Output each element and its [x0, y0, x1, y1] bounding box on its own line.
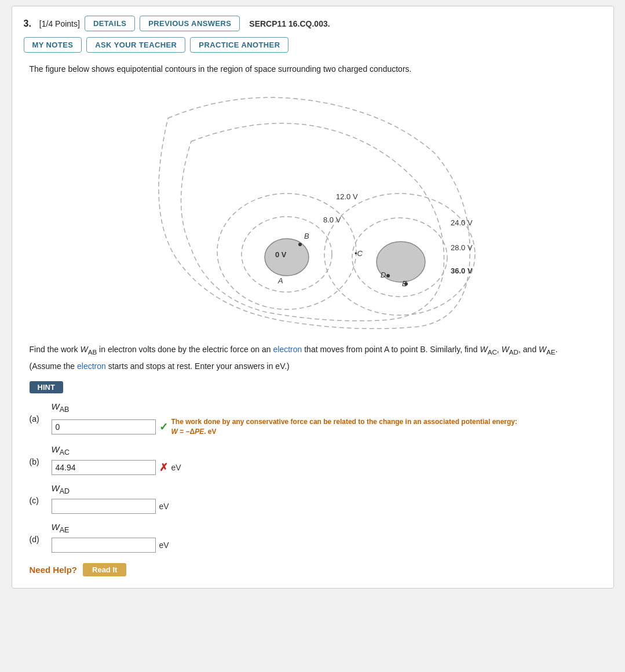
previous-answers-button[interactable]: PREVIOUS ANSWERS	[140, 16, 240, 31]
svg-text:12.0 V: 12.0 V	[336, 192, 358, 201]
svg-point-16	[298, 243, 302, 246]
part-d-row: (d) WAE eV	[30, 522, 596, 553]
part-b-label: (b)	[30, 444, 47, 466]
svg-text:•C: •C	[354, 249, 363, 258]
svg-text:24.0 V: 24.0 V	[451, 218, 473, 227]
part-a-label: (a)	[30, 401, 47, 423]
part-b-body: WAC ✗ eV	[52, 444, 181, 475]
svg-text:B: B	[304, 232, 309, 240]
diagram-container: 12.0 V 8.0 V 0 V 16.0 V 20.0 V 24.0 V 28…	[30, 83, 596, 333]
need-help-label: Need Help?	[30, 565, 78, 575]
svg-point-21	[404, 282, 408, 286]
course-code: SERCP11 16.CQ.003.	[249, 19, 330, 28]
part-c-unit: eV	[159, 502, 169, 511]
part-b-input-row: ✗ eV	[52, 460, 181, 475]
part-d-label: (d)	[30, 522, 47, 544]
part-b-input[interactable]	[52, 460, 156, 475]
part-a-check-icon: ✓	[159, 421, 168, 433]
part-c-label: (c)	[30, 483, 47, 505]
problem-text: The figure below shows equipotential con…	[30, 63, 596, 75]
svg-text:36.0 V: 36.0 V	[451, 266, 473, 275]
electron-label-1: electron	[273, 345, 302, 354]
question-number: 3.	[24, 19, 31, 29]
question-card: 3. [1/4 Points] DETAILS PREVIOUS ANSWERS…	[12, 6, 614, 589]
part-c-input-row: eV	[52, 499, 169, 514]
my-notes-button[interactable]: MY NOTES	[24, 37, 82, 53]
find-text-2: (Assume the electron starts and stops at…	[30, 360, 596, 372]
svg-text:0 V: 0 V	[275, 250, 287, 259]
part-d-input-row: eV	[52, 538, 169, 553]
part-c-row: (c) WAD eV	[30, 483, 596, 514]
part-c-sub-label: WAD	[52, 483, 169, 495]
part-c-body: WAD eV	[52, 483, 169, 514]
part-b-unit: eV	[171, 463, 181, 472]
top-bar: 3. [1/4 Points] DETAILS PREVIOUS ANSWERS…	[24, 16, 602, 31]
svg-point-19	[386, 274, 390, 277]
part-a-sub-label: WAB	[52, 401, 519, 414]
points-label: [1/4 Points]	[39, 19, 80, 28]
part-a-feedback: The work done by any conservative force …	[171, 417, 519, 437]
svg-text:D: D	[381, 271, 386, 279]
part-b-row: (b) WAC ✗ eV	[30, 444, 596, 475]
sub-ab: AB	[88, 348, 97, 356]
part-b-sub-label: WAC	[52, 444, 181, 456]
svg-text:A: A	[277, 276, 283, 285]
svg-point-2	[265, 239, 309, 276]
part-b-cross-icon: ✗	[159, 461, 168, 474]
practice-another-button[interactable]: PRACTICE ANOTHER	[190, 37, 288, 53]
electron-label-2: electron	[77, 361, 106, 371]
part-d-body: WAE eV	[52, 522, 169, 553]
part-d-unit: eV	[159, 540, 169, 550]
hint-button[interactable]: HINT	[30, 381, 63, 393]
ask-teacher-button[interactable]: ASK YOUR TEACHER	[86, 37, 185, 53]
equipotential-diagram: 12.0 V 8.0 V 0 V 16.0 V 20.0 V 24.0 V 28…	[133, 83, 492, 333]
second-row: MY NOTES ASK YOUR TEACHER PRACTICE ANOTH…	[24, 37, 602, 53]
part-a-input-row: ✓ The work done by any conservative forc…	[52, 417, 519, 437]
part-a-input[interactable]	[52, 419, 156, 434]
read-it-button[interactable]: Read It	[83, 563, 126, 576]
svg-text:8.0 V: 8.0 V	[323, 216, 341, 224]
details-button[interactable]: DETAILS	[85, 16, 135, 31]
find-text: Find the work WAB in electron volts done…	[30, 343, 596, 357]
part-d-sub-label: WAE	[52, 522, 169, 534]
inner-content: The figure below shows equipotential con…	[24, 63, 602, 576]
svg-text:28.0 V: 28.0 V	[451, 243, 473, 252]
need-help-row: Need Help? Read It	[30, 563, 596, 576]
part-d-input[interactable]	[52, 538, 156, 553]
part-a-body: WAB ✓ The work done by any conservative …	[52, 401, 519, 437]
part-c-input[interactable]	[52, 499, 156, 514]
part-a-row: (a) WAB ✓ The work done by any conservat…	[30, 401, 596, 437]
